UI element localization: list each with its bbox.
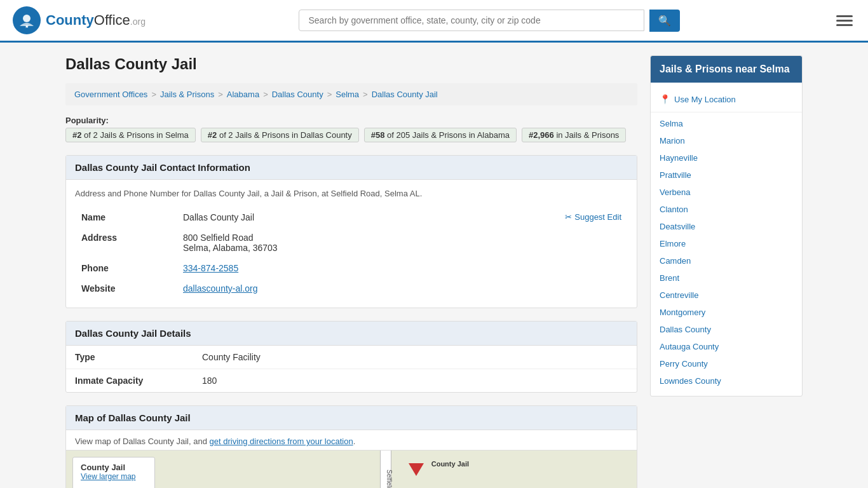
sidebar-link-clanton[interactable]: Clanton	[651, 201, 802, 218]
suggest-edit-button[interactable]: ✂ Suggest Edit	[565, 212, 621, 222]
menu-bar-2	[836, 20, 853, 22]
map-pin	[409, 463, 424, 476]
breadcrumb-sep-3: >	[327, 90, 332, 99]
table-row: Address 800 Selfield Road Selma, Alabama…	[75, 227, 628, 258]
sidebar-box: Jails & Prisons near Selma 📍 Use My Loca…	[650, 55, 803, 396]
use-my-location-label: Use My Location	[674, 95, 736, 104]
breadcrumb-item-4[interactable]: Selma	[336, 90, 359, 99]
website-value: dallascounty-al.org	[177, 278, 628, 299]
breadcrumb: Government Offices > Jails & Prisons > A…	[65, 83, 637, 105]
sidebar-link-montgomery[interactable]: Montgomery	[651, 304, 802, 321]
contact-section-header: Dallas County Jail Contact Information	[66, 156, 637, 180]
sidebar-link-brent[interactable]: Brent	[651, 269, 802, 287]
website-link[interactable]: dallascounty-al.org	[183, 283, 258, 294]
logo-tld: .org	[130, 17, 146, 27]
details-table: Type County Facility Inmate Capacity 180	[66, 346, 637, 392]
details-section-header: Dallas County Jail Details	[66, 322, 637, 346]
map-section: Map of Dallas County Jail View map of Da…	[65, 405, 637, 488]
type-label: Type	[66, 346, 193, 369]
pop-item-1: #2 of 2 Jails & Prisons in Dallas County	[201, 128, 359, 142]
main-content: Dallas County Jail Government Offices > …	[65, 55, 637, 488]
breadcrumb-item-3[interactable]: Dallas County	[272, 90, 323, 99]
map-desc-suffix: .	[353, 437, 356, 446]
sidebar-link-marion[interactable]: Marion	[651, 132, 802, 149]
breadcrumb-sep-4: >	[363, 90, 368, 99]
map-view-larger-link[interactable]: View larger map	[81, 472, 135, 481]
phone-link[interactable]: 334-874-2585	[183, 263, 238, 273]
table-row: Type County Facility	[66, 346, 637, 369]
sidebar-divider	[651, 112, 802, 112]
name-value: Dallas County Jail ✂ Suggest Edit	[177, 207, 628, 227]
edit-icon: ✂	[565, 212, 572, 222]
sidebar-link-camden[interactable]: Camden	[651, 252, 802, 269]
address-label: Address	[75, 227, 177, 258]
sidebar-link-selma[interactable]: Selma	[651, 115, 802, 132]
website-label: Website	[75, 278, 177, 299]
page-title: Dallas County Jail	[65, 55, 637, 73]
menu-bar-1	[836, 15, 853, 17]
popularity-label: Popularity:	[65, 116, 109, 125]
map-road-label: Selfield Rd	[386, 470, 393, 488]
use-my-location-button[interactable]: 📍 Use My Location	[651, 89, 802, 109]
breadcrumb-item-2[interactable]: Alabama	[227, 90, 259, 99]
popularity-items: #2 of 2 Jails & Prisons in Selma #2 of 2…	[65, 128, 637, 142]
popularity-section: Popularity: #2 of 2 Jails & Prisons in S…	[65, 116, 637, 142]
sidebar-link-centreville[interactable]: Centreville	[651, 287, 802, 304]
contact-desc: Address and Phone Number for Dallas Coun…	[75, 189, 628, 198]
pop-item-3: #2,966 in Jails & Prisons	[522, 128, 626, 142]
breadcrumb-item-5[interactable]: Dallas County Jail	[372, 90, 438, 99]
breadcrumb-item-0[interactable]: Government Offices	[74, 90, 147, 99]
sidebar-link-perry-county[interactable]: Perry County	[651, 355, 802, 372]
location-pin-icon: 📍	[660, 94, 670, 104]
sidebar: Jails & Prisons near Selma 📍 Use My Loca…	[650, 55, 803, 488]
logo-icon: ★	[13, 6, 41, 34]
phone-label: Phone	[75, 258, 177, 278]
table-row: Name Dallas County Jail ✂ Suggest Edit	[75, 207, 628, 227]
logo-text: CountyOffice.org	[46, 12, 146, 29]
svg-point-1	[23, 15, 31, 22]
map-desc: View map of Dallas County Jail, and get …	[66, 430, 637, 450]
contact-table: Name Dallas County Jail ✂ Suggest Edit A…	[75, 207, 628, 299]
address-line2: Selma, Alabama, 36703	[183, 243, 621, 253]
sidebar-link-prattville[interactable]: Prattville	[651, 166, 802, 184]
sidebar-body: 📍 Use My Location Selma Marion Haynevill…	[651, 83, 802, 396]
contact-section: Dallas County Jail Contact Information A…	[65, 155, 637, 308]
pop-item-2: #58 of 205 Jails & Prisons in Alabama	[364, 128, 517, 142]
type-value: County Facility	[193, 346, 637, 369]
contact-section-body: Address and Phone Number for Dallas Coun…	[66, 180, 637, 308]
map-box-title: County Jail	[81, 463, 147, 472]
logo[interactable]: ★ CountyOffice.org	[13, 6, 146, 34]
map-pin-label: County Jail	[431, 460, 469, 468]
search-input[interactable]	[299, 10, 644, 31]
breadcrumb-sep-0: >	[151, 90, 156, 99]
phone-value: 334-874-2585	[177, 258, 628, 278]
search-icon: 🔍	[658, 15, 671, 26]
map-section-header: Map of Dallas County Jail	[66, 406, 637, 430]
sidebar-link-dallas-county[interactable]: Dallas County	[651, 321, 802, 338]
sidebar-title: Jails & Prisons near Selma	[651, 56, 802, 83]
breadcrumb-item-1[interactable]: Jails & Prisons	[160, 90, 214, 99]
name-label: Name	[75, 207, 177, 227]
search-area: 🔍	[299, 10, 680, 32]
sidebar-link-autauga-county[interactable]: Autauga County	[651, 338, 802, 355]
map-directions-link[interactable]: get driving directions from your locatio…	[210, 437, 353, 446]
breadcrumb-sep-1: >	[218, 90, 223, 99]
sidebar-link-hayneville[interactable]: Hayneville	[651, 149, 802, 166]
sidebar-link-lowndes-county[interactable]: Lowndes County	[651, 372, 802, 390]
map-info-box: County Jail View larger map	[72, 457, 155, 488]
sidebar-link-elmore[interactable]: Elmore	[651, 235, 802, 252]
sidebar-link-verbena[interactable]: Verbena	[651, 184, 802, 201]
map-container: County Jail View larger map Selfield Rd …	[66, 450, 637, 488]
capacity-label: Inmate Capacity	[66, 369, 193, 393]
capacity-value: 180	[193, 369, 637, 393]
map-pin-icon	[409, 463, 424, 476]
pop-item-0: #2 of 2 Jails & Prisons in Selma	[65, 128, 196, 142]
address-line1: 800 Selfield Road	[183, 233, 621, 243]
name-text: Dallas County Jail	[183, 212, 254, 222]
search-button[interactable]: 🔍	[649, 10, 680, 32]
menu-bar-3	[836, 24, 853, 26]
svg-text:★: ★	[25, 24, 29, 29]
sidebar-link-deatsville[interactable]: Deatsville	[651, 218, 802, 235]
logo-office: Office	[94, 12, 130, 28]
menu-button[interactable]	[834, 13, 855, 29]
